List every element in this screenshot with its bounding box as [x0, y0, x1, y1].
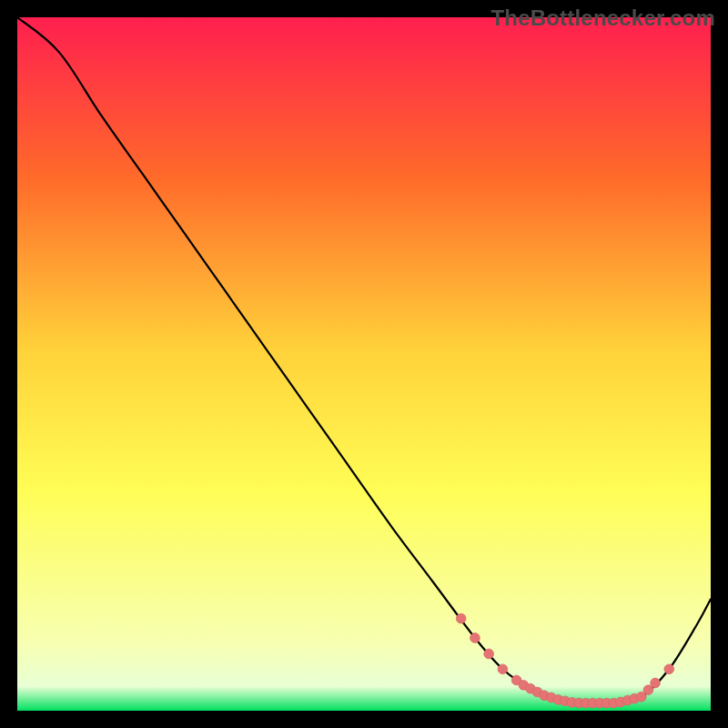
chart-svg [17, 17, 711, 711]
plot-area [17, 17, 711, 711]
marker-dot [456, 613, 466, 623]
marker-dot [484, 649, 494, 659]
chart-frame: TheBottlenecker.com [0, 0, 728, 728]
gradient-background [17, 17, 711, 711]
marker-dot [498, 664, 508, 674]
watermark-text: TheBottlenecker.com [490, 5, 715, 31]
marker-dot [651, 678, 661, 688]
marker-dot [664, 664, 674, 674]
marker-dot [470, 633, 480, 643]
